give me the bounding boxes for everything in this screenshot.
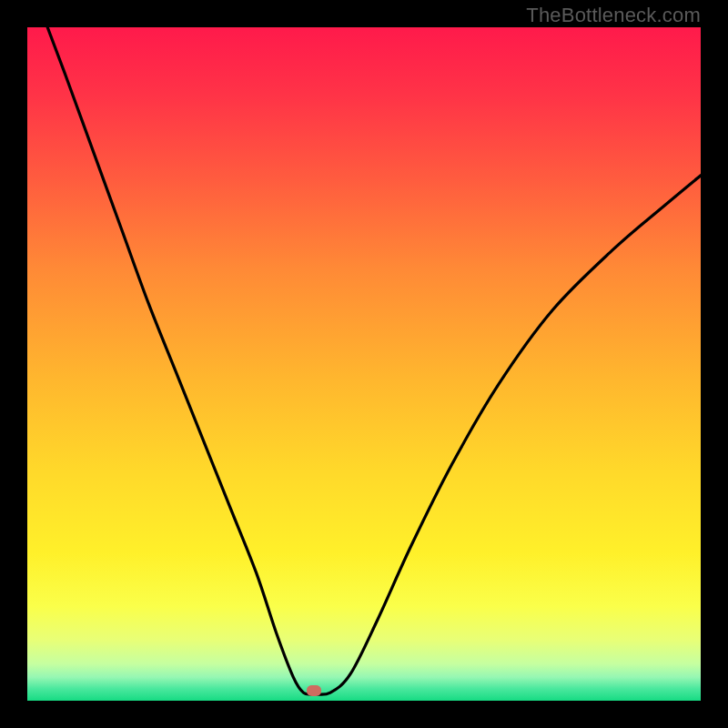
chart-frame: TheBottleneck.com [0, 0, 728, 728]
plot-area [27, 27, 701, 701]
watermark-text: TheBottleneck.com [526, 4, 701, 27]
optimal-point-marker [307, 685, 321, 696]
bottleneck-curve [27, 27, 701, 701]
